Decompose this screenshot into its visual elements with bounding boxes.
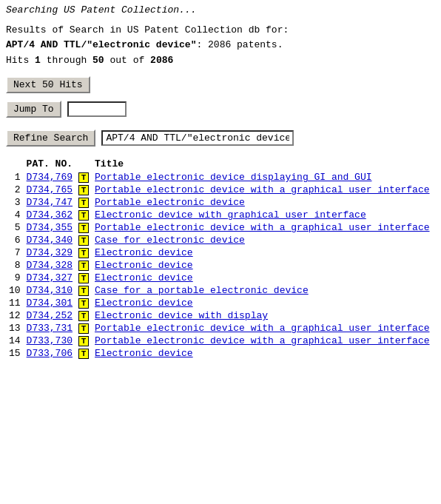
- col-icon-header: [75, 157, 92, 171]
- patent-title[interactable]: Portable electronic device displaying GI…: [92, 171, 435, 184]
- patent-link[interactable]: D734,340: [27, 235, 73, 246]
- table-row: 7D734,329TElectronic device: [6, 246, 435, 259]
- patent-link[interactable]: D734,328: [27, 260, 73, 271]
- refine-search-input[interactable]: [101, 130, 294, 146]
- title-link[interactable]: Electronic device: [95, 260, 193, 271]
- patent-title[interactable]: Case for a portable electronic device: [92, 284, 435, 297]
- type-icon: T: [75, 171, 92, 184]
- table-row: 15D733,706TElectronic device: [6, 347, 435, 360]
- row-number: 7: [6, 246, 24, 259]
- jump-to-button[interactable]: Jump To: [6, 101, 61, 118]
- patent-title[interactable]: Portable electronic device: [92, 196, 435, 209]
- type-icon: T: [75, 284, 92, 297]
- patent-number[interactable]: D734,301: [24, 297, 75, 309]
- patent-number[interactable]: D734,340: [24, 234, 75, 246]
- patent-number[interactable]: D734,355: [24, 221, 75, 234]
- patent-link[interactable]: D734,252: [27, 310, 73, 321]
- patent-number[interactable]: D734,769: [24, 171, 75, 184]
- t-icon: T: [78, 336, 89, 346]
- patent-title[interactable]: Case for electronic device: [92, 234, 435, 246]
- title-link[interactable]: Case for electronic device: [95, 235, 245, 246]
- refine-row: Refine Search: [6, 130, 435, 147]
- row-number: 13: [6, 322, 24, 335]
- t-icon: T: [78, 172, 89, 183]
- table-row: 2D734,765TPortable electronic device wit…: [6, 184, 435, 196]
- patent-title[interactable]: Electronic device: [92, 259, 435, 272]
- patent-link[interactable]: D734,327: [27, 272, 73, 283]
- patent-title[interactable]: Electronic device: [92, 272, 435, 284]
- t-icon: T: [78, 349, 89, 359]
- patent-link[interactable]: D734,769: [27, 172, 73, 183]
- patent-link[interactable]: D734,301: [27, 298, 73, 309]
- title-link[interactable]: Portable electronic device displaying GI…: [95, 172, 371, 183]
- patent-number[interactable]: D733,731: [24, 322, 75, 335]
- row-number: 11: [6, 297, 24, 309]
- type-icon: T: [75, 322, 92, 335]
- t-icon: T: [78, 223, 89, 233]
- patent-number[interactable]: D734,327: [24, 272, 75, 284]
- patent-title[interactable]: Electronic device: [92, 297, 435, 309]
- table-row: 6D734,340TCase for electronic device: [6, 234, 435, 246]
- patent-link[interactable]: D734,765: [27, 184, 73, 195]
- table-row: 8D734,328TElectronic device: [6, 259, 435, 272]
- patent-number[interactable]: D734,747: [24, 196, 75, 209]
- patent-title[interactable]: Portable electronic device with a graphi…: [92, 335, 435, 347]
- patent-link[interactable]: D734,310: [27, 285, 73, 296]
- patent-link[interactable]: D734,362: [27, 209, 73, 221]
- title-link[interactable]: Portable electronic device with a graphi…: [95, 323, 429, 334]
- title-link[interactable]: Portable electronic device with a graphi…: [95, 184, 429, 195]
- title-link[interactable]: Electronic device: [95, 298, 193, 309]
- table-row: 9D734,327TElectronic device: [6, 272, 435, 284]
- title-link[interactable]: Electronic device: [95, 348, 193, 359]
- query-text: APT/4 AND TTL/"electronic device": [6, 39, 196, 50]
- patent-link[interactable]: D734,355: [27, 222, 73, 233]
- refine-search-button[interactable]: Refine Search: [6, 130, 95, 147]
- patent-number[interactable]: D734,362: [24, 209, 75, 221]
- title-link[interactable]: Electronic device with graphical user in…: [95, 209, 366, 221]
- t-icon: T: [78, 261, 89, 271]
- results-table: PAT. NO. Title 1D734,769TPortable electr…: [6, 157, 435, 360]
- patent-title[interactable]: Electronic device: [92, 347, 435, 360]
- type-icon: T: [75, 196, 92, 209]
- patent-title[interactable]: Electronic device with display: [92, 309, 435, 322]
- patent-link[interactable]: D733,706: [27, 348, 73, 359]
- type-icon: T: [75, 184, 92, 196]
- count-text: : 2086 patents.: [196, 39, 283, 50]
- patent-number[interactable]: D734,328: [24, 259, 75, 272]
- patent-link[interactable]: D733,731: [27, 323, 73, 334]
- title-link[interactable]: Electronic device with display: [95, 310, 268, 321]
- patent-link[interactable]: D734,329: [27, 247, 73, 258]
- patent-title[interactable]: Portable electronic device with a graphi…: [92, 184, 435, 196]
- patent-number[interactable]: D733,730: [24, 335, 75, 347]
- patent-link[interactable]: D733,730: [27, 335, 73, 346]
- patent-number[interactable]: D734,329: [24, 246, 75, 259]
- t-icon: T: [78, 198, 89, 208]
- patent-number[interactable]: D734,252: [24, 309, 75, 322]
- patent-title[interactable]: Portable electronic device with a graphi…: [92, 322, 435, 335]
- t-icon: T: [78, 298, 89, 309]
- next-hits-button[interactable]: Next 50 Hits: [6, 76, 90, 93]
- row-number: 14: [6, 335, 24, 347]
- patent-title[interactable]: Electronic device with graphical user in…: [92, 209, 435, 221]
- table-row: 4D734,362TElectronic device with graphic…: [6, 209, 435, 221]
- table-row: 14D733,730TPortable electronic device wi…: [6, 335, 435, 347]
- title-link[interactable]: Portable electronic device: [95, 197, 245, 208]
- jump-to-row: Jump To: [6, 101, 435, 118]
- patent-title[interactable]: Portable electronic device with a graphi…: [92, 221, 435, 234]
- patent-number[interactable]: D734,765: [24, 184, 75, 196]
- type-icon: T: [75, 347, 92, 360]
- title-link[interactable]: Electronic device: [95, 272, 193, 283]
- patent-number[interactable]: D734,310: [24, 284, 75, 297]
- jump-to-input[interactable]: [67, 101, 127, 117]
- patent-number[interactable]: D733,706: [24, 347, 75, 360]
- col-title-header: Title: [92, 157, 435, 171]
- patent-link[interactable]: D734,747: [27, 197, 73, 208]
- title-link[interactable]: Portable electronic device with a graphi…: [95, 222, 429, 233]
- title-link[interactable]: Case for a portable electronic device: [95, 285, 309, 296]
- table-row: 12D734,252TElectronic device with displa…: [6, 309, 435, 322]
- table-row: 1D734,769TPortable electronic device dis…: [6, 171, 435, 184]
- type-icon: T: [75, 259, 92, 272]
- title-link[interactable]: Portable electronic device with a graphi…: [95, 335, 429, 346]
- patent-title[interactable]: Electronic device: [92, 246, 435, 259]
- title-link[interactable]: Electronic device: [95, 247, 193, 258]
